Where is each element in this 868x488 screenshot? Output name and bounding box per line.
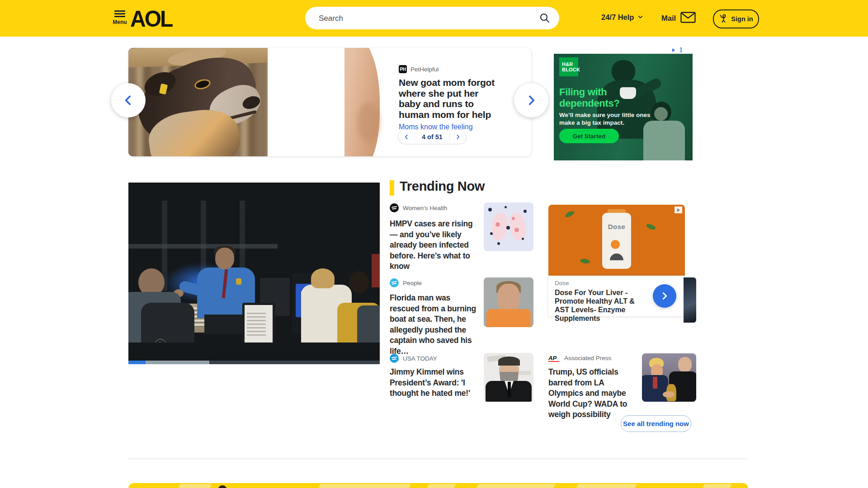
banner-shape [316, 484, 411, 488]
article-source-label: Women's Health [403, 205, 447, 211]
article-headline-link[interactable]: Trump, US officials barred from LA Olymp… [548, 367, 641, 420]
womens-health-logo-icon [390, 203, 399, 212]
trending-section-title: Trending Now [400, 179, 485, 194]
officer-head [215, 248, 234, 269]
sign-in-button[interactable]: Sign in [713, 9, 759, 28]
hero-carousel-card[interactable]: PH PetHelpful New goat mom forgot where … [128, 48, 531, 156]
traveler-blonde-hair [311, 268, 335, 288]
arrow-right-icon [660, 291, 670, 301]
carousel-pagination: 4 of 51 [398, 129, 467, 144]
red-exit-sign [372, 254, 380, 287]
banner-shape [425, 484, 456, 488]
hr-block-ad[interactable]: H&R BLOCK Filing with dependents? We’ll … [554, 54, 693, 160]
help-label: 24/7 Help [601, 13, 634, 22]
help-menu[interactable]: 24/7 Help [601, 13, 643, 22]
article-thumbnail-mugshot[interactable] [484, 277, 533, 327]
officer-badge [236, 278, 241, 285]
ad-headline: Filing with dependents? [559, 86, 650, 109]
signin-person-icon [719, 14, 729, 25]
article-source-row: AP Associated Press [548, 354, 611, 362]
aol-logo[interactable]: AOL [130, 6, 172, 32]
article-thumbnail-handshake[interactable] [642, 353, 696, 402]
menu-button[interactable]: Menu [112, 9, 127, 29]
ad-controls [670, 47, 684, 53]
pethelpful-logo-badge: PH [399, 65, 407, 73]
banner-shape [701, 484, 732, 488]
search-bar [305, 7, 559, 29]
airport-security-footage [128, 201, 380, 343]
article-source-row: USA TODAY [390, 354, 437, 363]
ad-more-options-icon[interactable] [678, 47, 684, 53]
article-thumbnail-lungs[interactable] [484, 202, 533, 251]
next-ad-peek[interactable] [684, 277, 696, 323]
pagination-next-button[interactable] [450, 130, 466, 144]
goat-photo [128, 48, 268, 156]
child-body [643, 121, 685, 160]
menu-label: Menu [112, 19, 127, 25]
video-progress-bar [128, 361, 146, 364]
article-source-label: USA TODAY [403, 355, 437, 362]
see-all-trending-button[interactable]: See all trending now [621, 415, 691, 432]
hero-text-block: PH PetHelpful New goat mom forgot where … [399, 65, 497, 131]
article-source-label: People [403, 280, 422, 286]
hero-source-label: PetHelpful [410, 66, 439, 73]
search-icon[interactable] [539, 13, 550, 25]
adchoices-icon[interactable] [675, 206, 682, 213]
chevron-right-icon [525, 94, 537, 106]
article-headline-link[interactable]: Florida man was rescued from a burning b… [390, 293, 482, 357]
hero-source-row: PH PetHelpful [399, 65, 497, 73]
dose-ad-image[interactable]: Dose [548, 205, 685, 276]
article-thumbnail-kimmel[interactable] [484, 353, 533, 402]
trending-accent-bar [390, 180, 394, 196]
bottle-label: Dose [602, 223, 631, 230]
chevron-left-icon [123, 94, 134, 106]
hr-block-logo: H&R BLOCK [559, 57, 578, 76]
mail-envelope-icon [680, 12, 696, 25]
article-source-label: Associated Press [564, 355, 611, 361]
get-started-button[interactable]: Get Started [559, 129, 619, 143]
traveler-gray-jacket [357, 305, 380, 343]
bottle-orange-graphic [611, 240, 620, 249]
bottom-promo-banner[interactable] [128, 483, 748, 488]
carousel-next-button[interactable] [514, 83, 548, 117]
carousel-prev-button[interactable] [111, 83, 146, 117]
sign-text-lines [247, 313, 266, 336]
usa-today-logo-icon [390, 354, 399, 363]
chevron-down-icon [637, 13, 643, 22]
child-face [654, 107, 668, 121]
hero-headline-link[interactable]: New goat mom forgot where she put her ba… [399, 77, 497, 120]
banner-shape [176, 484, 212, 488]
mail-label: Mail [661, 14, 676, 23]
video-player[interactable] [128, 183, 380, 364]
pagination-prev-button[interactable] [398, 130, 415, 144]
signin-label: Sign in [731, 15, 753, 23]
section-divider [128, 459, 748, 459]
banner-shape [574, 484, 637, 488]
article-headline-link[interactable]: Jimmy Kimmel wins President’s Award: 'I … [390, 367, 482, 399]
hamburger-icon [112, 10, 127, 17]
people-logo-icon [390, 278, 399, 287]
mail-link[interactable]: Mail [661, 12, 696, 25]
man-head [612, 60, 635, 83]
ad-forward-button[interactable] [653, 284, 676, 308]
banner-shape [475, 484, 556, 488]
banner-mascot-circle [218, 485, 227, 488]
ad-source-label: Dose [555, 280, 569, 286]
adchoices-icon[interactable] [670, 47, 677, 53]
window-rail [128, 244, 278, 249]
article-headline-link[interactable]: HMPV cases are rising — and you’ve likel… [390, 219, 482, 272]
chevron-right-icon [455, 134, 461, 140]
video-progress-track[interactable] [128, 361, 380, 364]
article-source-row: People [390, 278, 422, 287]
aol-homepage: Menu AOL 24/7 Help Mail Sign in [0, 0, 868, 488]
traveler-dark-hair [349, 271, 369, 293]
search-input[interactable] [318, 7, 532, 30]
backpack [141, 303, 194, 343]
dose-ad-card[interactable]: Dose Dose For Your Liver - Promote Healt… [548, 276, 684, 316]
skin-shape [344, 48, 380, 156]
ad-headline-link: Dose For Your Liver - Promote Healthy AL… [555, 288, 643, 323]
closeup-photo [344, 48, 389, 156]
article-source-row: Women's Health [390, 203, 447, 212]
pagination-count: 4 of 51 [415, 133, 449, 141]
ad-body-text: We’ll make sure your little ones make a … [559, 111, 654, 127]
